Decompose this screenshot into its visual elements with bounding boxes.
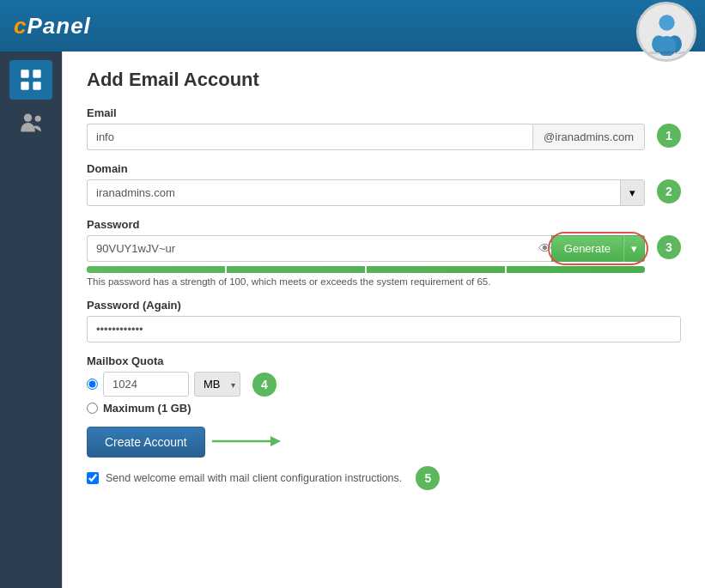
domain-select[interactable]: iranadmins.com bbox=[87, 179, 645, 206]
svg-marker-12 bbox=[270, 436, 281, 446]
password-input-area: 👁 Generate ▾ bbox=[87, 235, 645, 287]
svg-point-0 bbox=[659, 15, 674, 30]
email-row-wrapper: @iranadmins.com 1 bbox=[87, 124, 681, 150]
quota-radio-max[interactable] bbox=[87, 403, 98, 414]
svg-rect-5 bbox=[21, 70, 28, 77]
quota-max-label: Maximum (1 GB) bbox=[103, 402, 191, 415]
email-group: Email @iranadmins.com 1 bbox=[87, 106, 681, 150]
password-label: Password bbox=[87, 218, 681, 231]
email-row: @iranadmins.com bbox=[87, 124, 645, 150]
cpanel-logo-panel: Panel bbox=[27, 13, 90, 39]
svg-point-9 bbox=[24, 114, 32, 122]
strength-segments bbox=[87, 266, 645, 273]
email-input-area: @iranadmins.com bbox=[87, 124, 645, 150]
password-again-label: Password (Again) bbox=[87, 299, 681, 312]
generate-button[interactable]: Generate bbox=[551, 235, 623, 262]
svg-rect-6 bbox=[33, 70, 40, 77]
badge-quota: 4 bbox=[252, 373, 277, 397]
avatar: www.iranadmins.com bbox=[636, 2, 696, 62]
content-area: Add Email Account Email @iranadmins.com … bbox=[62, 52, 705, 588]
email-input[interactable] bbox=[87, 124, 532, 150]
segment-1 bbox=[87, 266, 227, 273]
svg-text:www.iranadmins.com: www.iranadmins.com bbox=[648, 51, 685, 55]
password-group: Password 👁 Generate ▾ bbox=[87, 218, 681, 287]
welcome-checkbox[interactable] bbox=[87, 472, 99, 484]
svg-point-10 bbox=[35, 116, 41, 122]
password-row-wrapper: 👁 Generate ▾ bbox=[87, 235, 681, 287]
sidebar bbox=[0, 52, 62, 588]
generate-wrapper: Generate ▾ bbox=[551, 235, 645, 262]
header: cPanel www.iranadmins.com bbox=[0, 0, 705, 52]
segment-2 bbox=[227, 266, 367, 273]
create-btn-row: Create Account bbox=[87, 427, 681, 458]
welcome-row: Send welcome email with mail client conf… bbox=[87, 466, 681, 490]
create-account-button[interactable]: Create Account bbox=[87, 427, 205, 458]
domain-select-wrapper: iranadmins.com ▾ bbox=[87, 179, 645, 206]
password-input[interactable] bbox=[87, 235, 551, 262]
segment-4 bbox=[507, 266, 645, 273]
badge-welcome: 5 bbox=[416, 466, 440, 490]
password-again-group: Password (Again) bbox=[87, 299, 681, 342]
quota-radio-custom[interactable] bbox=[87, 379, 98, 390]
quota-group: Mailbox Quota MB GB ▾ 4 Maximum (1 GB) bbox=[87, 355, 681, 415]
quota-label: Mailbox Quota bbox=[87, 355, 681, 367]
strength-text: This password has a strength of 100, whi… bbox=[87, 276, 645, 287]
quota-unit-wrapper: MB GB ▾ bbox=[194, 372, 240, 397]
email-label: Email bbox=[87, 106, 117, 119]
badge-email: 1 bbox=[657, 124, 681, 148]
svg-rect-8 bbox=[33, 82, 40, 89]
quota-input-row: MB GB ▾ 4 bbox=[87, 372, 681, 397]
welcome-label: Send welcome email with mail client conf… bbox=[106, 472, 402, 484]
domain-label: Domain bbox=[87, 162, 681, 175]
page-title: Add Email Account bbox=[87, 69, 681, 91]
cpanel-logo-c: c bbox=[14, 13, 27, 39]
eye-icon[interactable]: 👁 bbox=[538, 241, 552, 257]
password-row: 👁 Generate ▾ bbox=[87, 235, 645, 262]
domain-row-wrapper: iranadmins.com ▾ 2 bbox=[87, 179, 681, 206]
create-arrow-icon bbox=[212, 433, 281, 452]
cpanel-logo: cPanel bbox=[14, 13, 91, 39]
sidebar-item-users[interactable] bbox=[9, 103, 52, 142]
strength-bar-wrapper bbox=[87, 266, 645, 273]
domain-group: Domain iranadmins.com ▾ 2 bbox=[87, 162, 681, 206]
quota-max-row: Maximum (1 GB) bbox=[87, 402, 681, 415]
badge-domain: 2 bbox=[657, 179, 681, 203]
quota-input[interactable] bbox=[103, 372, 189, 397]
email-domain: @iranadmins.com bbox=[532, 124, 645, 150]
segment-3 bbox=[367, 266, 507, 273]
svg-rect-7 bbox=[21, 82, 28, 89]
badge-password: 3 bbox=[657, 235, 681, 259]
quota-unit-select[interactable]: MB GB bbox=[194, 372, 240, 397]
domain-input-area: iranadmins.com ▾ bbox=[87, 179, 645, 206]
sidebar-item-grid[interactable] bbox=[9, 60, 52, 100]
main-layout: Add Email Account Email @iranadmins.com … bbox=[0, 52, 705, 588]
password-again-input[interactable] bbox=[87, 316, 681, 342]
generate-dropdown-button[interactable]: ▾ bbox=[623, 235, 645, 262]
